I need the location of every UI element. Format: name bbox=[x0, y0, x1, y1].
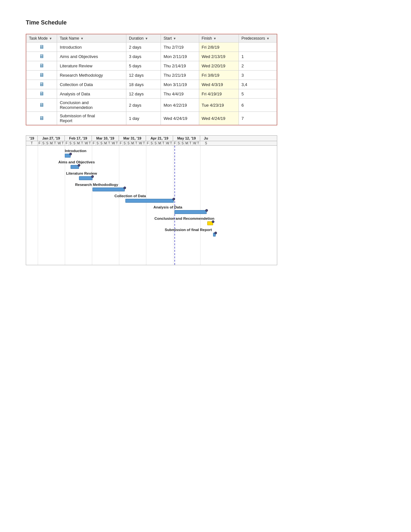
task-mode-cell: 🖥 bbox=[26, 43, 57, 52]
gantt-day-cell: W bbox=[192, 141, 196, 145]
sort-icon-task-mode: ▼ bbox=[49, 37, 52, 40]
gantt-day-cell: S bbox=[154, 141, 158, 145]
gantt-task-bar bbox=[93, 188, 125, 191]
gantt-day-cell: T bbox=[134, 141, 138, 145]
task-mode-cell: 🖥 bbox=[26, 52, 57, 61]
gantt-day-cell: T bbox=[169, 141, 173, 145]
predecessors-cell: 7 bbox=[239, 112, 277, 125]
gantt-day-cell: M bbox=[185, 141, 189, 145]
task-mode-icon: 🖥 bbox=[39, 82, 44, 87]
schedule-table-container: Task Mode ▼ Task Name ▼ Duration ▼ bbox=[26, 34, 277, 125]
gantt-day-cell: S bbox=[42, 141, 45, 145]
task-mode-icon: 🖥 bbox=[39, 102, 44, 108]
gantt-day-cell: F bbox=[146, 141, 150, 145]
gantt-task-endpoint bbox=[91, 175, 94, 178]
predecessors-cell: 6 bbox=[239, 99, 277, 112]
duration-cell: 1 day bbox=[126, 112, 161, 125]
col-header-task-mode[interactable]: Task Mode ▼ bbox=[26, 34, 57, 43]
task-mode-icon: 🖥 bbox=[39, 53, 44, 59]
task-mode-icon: 🖥 bbox=[39, 115, 44, 121]
gantt-task-endpoint bbox=[172, 198, 175, 200]
gantt-grid-line bbox=[200, 146, 201, 265]
col-header-finish[interactable]: Finish ▼ bbox=[199, 34, 239, 43]
task-name-cell: Introduction bbox=[57, 43, 126, 52]
gantt-task-endpoint bbox=[69, 153, 72, 155]
start-cell: Thu 2/7/19 bbox=[161, 43, 199, 52]
gantt-day-cell: T bbox=[53, 141, 57, 145]
gantt-day-cell: W bbox=[57, 141, 61, 145]
gantt-day-cell: M bbox=[76, 141, 80, 145]
col-header-predecessors[interactable]: Predecessors ▼ bbox=[239, 34, 277, 43]
col-header-start[interactable]: Start ▼ bbox=[161, 34, 199, 43]
gantt-day-cell: F bbox=[38, 141, 42, 145]
gantt-period-apr21: Apr 21, '19 bbox=[146, 136, 173, 141]
gantt-day-cell: F bbox=[173, 141, 177, 145]
gantt-day-cell: S bbox=[127, 141, 131, 145]
duration-cell: 3 days bbox=[126, 52, 161, 61]
gantt-day-cell: M bbox=[131, 141, 134, 145]
start-cell: Mon 4/22/19 bbox=[161, 99, 199, 112]
col-header-duration[interactable]: Duration ▼ bbox=[126, 34, 161, 43]
gantt-task-bar bbox=[174, 210, 207, 214]
gantt-task-endpoint bbox=[123, 187, 126, 189]
gantt-task-label: Literature Review bbox=[66, 171, 97, 175]
task-name-cell: Analysis of Data bbox=[57, 89, 126, 99]
finish-cell: Fri 3/8/19 bbox=[199, 71, 239, 80]
predecessors-cell bbox=[239, 43, 277, 52]
gantt-body: IntroductionAims and ObjectivesLiteratur… bbox=[26, 146, 277, 265]
gantt-day-cell: T bbox=[88, 141, 92, 145]
task-mode-icon: 🖥 bbox=[39, 63, 44, 69]
start-cell: Mon 3/11/19 bbox=[161, 80, 199, 89]
task-mode-cell: 🖥 bbox=[26, 61, 57, 71]
task-mode-cell: 🖥 bbox=[26, 80, 57, 89]
gantt-day-cell: W bbox=[138, 141, 142, 145]
schedule-table: Task Mode ▼ Task Name ▼ Duration ▼ bbox=[26, 34, 277, 125]
gantt-day-cell: F bbox=[119, 141, 123, 145]
start-cell: Wed 4/24/19 bbox=[161, 112, 199, 125]
page-title: Time Schedule bbox=[26, 19, 385, 26]
gantt-day-cell: T bbox=[80, 141, 84, 145]
gantt-day-cell: S bbox=[181, 141, 185, 145]
gantt-header: '19 Jan 27, '19 Feb 17, '19 Mar 10, '19 … bbox=[26, 136, 277, 141]
sort-icon-predecessors: ▼ bbox=[266, 37, 269, 40]
gantt-period-mar31: Mar 31, '19 bbox=[119, 136, 146, 141]
task-mode-cell: 🖥 bbox=[26, 71, 57, 80]
sort-icon-start: ▼ bbox=[173, 37, 176, 40]
duration-cell: 18 days bbox=[126, 80, 161, 89]
gantt-day-cell: M bbox=[158, 141, 161, 145]
gantt-day-cell: W bbox=[111, 141, 115, 145]
task-name-cell: Aims and Objectives bbox=[57, 52, 126, 61]
task-name-cell: Conclusion andRecommendetion bbox=[57, 99, 126, 112]
gantt-day-cell: S bbox=[73, 141, 76, 145]
predecessors-cell: 1 bbox=[239, 52, 277, 61]
gantt-task-label: Introduction bbox=[65, 149, 86, 153]
start-cell: Thu 2/21/19 bbox=[161, 71, 199, 80]
gantt-subheader: TFSSMTWTFSSMTWTFSSMTWTFSSMTWTFSSMTWTFSSM… bbox=[26, 141, 277, 146]
predecessors-cell: 3,4 bbox=[239, 80, 277, 89]
predecessors-cell: 5 bbox=[239, 89, 277, 99]
finish-cell: Wed 4/24/19 bbox=[199, 112, 239, 125]
gantt-period-feb17: Feb 17, '19 bbox=[65, 136, 92, 141]
gantt-task-endpoint bbox=[205, 209, 208, 212]
gantt-day-cell: T bbox=[61, 141, 65, 145]
gantt-day-cell: T bbox=[115, 141, 119, 145]
task-mode-cell: 🖥 bbox=[26, 99, 57, 112]
gantt-period-mar10: Mar 10, '19 bbox=[92, 136, 119, 141]
gantt-day-cell: T bbox=[26, 141, 38, 145]
gantt-day-cell: T bbox=[189, 141, 192, 145]
gantt-task-label: Submission of final Report bbox=[165, 228, 212, 232]
task-mode-icon: 🖥 bbox=[39, 72, 44, 78]
gantt-day-cell: T bbox=[161, 141, 165, 145]
gantt-day-cell: S bbox=[200, 141, 212, 145]
gantt-day-cell: F bbox=[92, 141, 96, 145]
gantt-day-cell: W bbox=[84, 141, 88, 145]
col-header-task-name[interactable]: Task Name ▼ bbox=[57, 34, 126, 43]
gantt-period-may12: May 12, '19 bbox=[173, 136, 200, 141]
duration-cell: 2 days bbox=[126, 43, 161, 52]
task-name-cell: Collection of Data bbox=[57, 80, 126, 89]
gantt-task-bar bbox=[125, 199, 174, 203]
gantt-task-bar bbox=[79, 176, 93, 180]
start-cell: Thu 2/14/19 bbox=[161, 61, 199, 71]
gantt-day-cell: T bbox=[196, 141, 200, 145]
gantt-day-cell: S bbox=[45, 141, 49, 145]
